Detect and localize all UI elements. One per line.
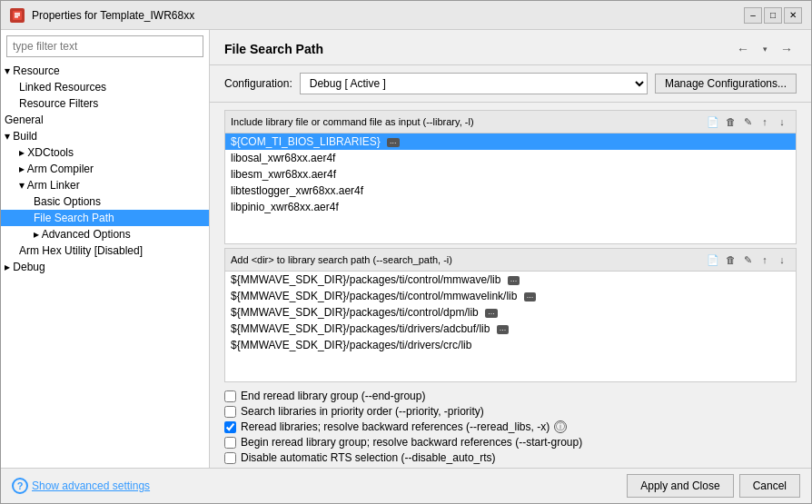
sidebar-item-debug[interactable]: ▸ Debug xyxy=(1,259,209,275)
apply-close-button[interactable]: Apply and Close xyxy=(627,474,733,498)
sidebar-item-arm-hex-utility[interactable]: Arm Hex Utility [Disabled] xyxy=(1,242,209,259)
library-item-libesm[interactable]: libesm_xwr68xx.aer4f xyxy=(225,166,796,183)
show-advanced-link[interactable]: Show advanced settings xyxy=(32,479,150,492)
footer-right: Apply and Close Cancel xyxy=(627,474,800,498)
svg-rect-3 xyxy=(15,16,18,18)
search-path-item-mmwave[interactable]: ${MMWAVE_SDK_DIR}/packages/ti/control/mm… xyxy=(225,272,796,288)
search-path-item-mmwavelink[interactable]: ${MMWAVE_SDK_DIR}/packages/ti/control/mm… xyxy=(225,288,796,304)
panel-header: File Search Path ← ▾ → xyxy=(210,30,811,65)
option-row-priority: Search libraries in priority order (--pr… xyxy=(224,405,797,418)
library-item-bios-lib[interactable]: ${COM_TI_BIOS_LIBRARIES} ··· xyxy=(225,133,796,150)
forward-button[interactable]: → xyxy=(777,39,797,59)
library-add-button[interactable]: 📄 xyxy=(705,114,721,130)
dialog-body: ▾ ResourceLinked ResourcesResource Filte… xyxy=(1,30,811,468)
footer-left: ? Show advanced settings xyxy=(12,478,150,494)
panel-nav-icons: ← ▾ → xyxy=(733,39,797,59)
option-row-begin-reread: Begin reread library group; resolve back… xyxy=(224,436,797,449)
config-row: Configuration: Debug [ Active ] Manage C… xyxy=(210,65,811,103)
properties-dialog: Properties for Template_IWR68xx – □ ✕ ▾ … xyxy=(0,0,812,504)
path-edit-button[interactable]: ✎ xyxy=(739,252,756,268)
options-area: End reread library group (--end-group)Se… xyxy=(210,386,811,468)
sidebar-item-file-search-path[interactable]: File Search Path xyxy=(1,210,209,226)
option-row-end-reread: End reread library group (--end-group) xyxy=(224,390,797,402)
sidebar-item-resource-filters[interactable]: Resource Filters xyxy=(1,95,209,112)
panel-title: File Search Path xyxy=(224,42,323,56)
search-path-item-adcbuf[interactable]: ${MMWAVE_SDK_DIR}/packages/ti/drivers/ad… xyxy=(225,321,796,337)
option-checkbox-disable-rts[interactable] xyxy=(224,452,236,464)
option-label-reread: Reread libraries; resolve backward refer… xyxy=(241,420,550,433)
back-button[interactable]: ← xyxy=(733,39,753,59)
sidebar-item-linked-resources[interactable]: Linked Resources xyxy=(1,79,209,95)
svg-rect-1 xyxy=(15,15,20,16)
sidebar-item-xdctools[interactable]: ▸ XDCtools xyxy=(1,144,209,161)
library-item-libpinio[interactable]: libpinio_xwr68xx.aer4f xyxy=(225,199,796,215)
sidebar-item-advanced-options[interactable]: ▸ Advanced Options xyxy=(1,226,209,242)
search-path-list-content: ${MMWAVE_SDK_DIR}/packages/ti/control/mm… xyxy=(225,272,796,381)
sidebar: ▾ ResourceLinked ResourcesResource Filte… xyxy=(1,30,210,468)
window-controls: – □ ✕ xyxy=(744,7,802,24)
filter-input[interactable] xyxy=(6,35,203,57)
option-label-disable-rts: Disable automatic RTS selection (--disab… xyxy=(241,451,496,464)
search-path-item-dpm[interactable]: ${MMWAVE_SDK_DIR}/packages/ti/control/dp… xyxy=(225,304,796,321)
sidebar-item-resource[interactable]: ▾ Resource xyxy=(1,63,209,79)
search-path-list-header: Add <dir> to library search path (--sear… xyxy=(225,249,796,272)
minimize-button[interactable]: – xyxy=(744,7,762,24)
library-delete-button[interactable]: 🗑 xyxy=(722,114,738,130)
main-panel: File Search Path ← ▾ → Configuration: De… xyxy=(210,30,811,468)
library-item-libtestlogger[interactable]: libtestlogger_xwr68xx.aer4f xyxy=(225,183,796,199)
dialog-title: Properties for Template_IWR68xx xyxy=(32,9,737,22)
library-edit-button[interactable]: ✎ xyxy=(739,114,756,130)
title-bar: Properties for Template_IWR68xx – □ ✕ xyxy=(1,1,811,30)
sidebar-item-arm-compiler[interactable]: ▸ Arm Compiler xyxy=(1,161,209,177)
path-move-down-button[interactable]: ↓ xyxy=(774,252,790,268)
option-checkbox-end-reread[interactable] xyxy=(224,390,236,402)
cancel-button[interactable]: Cancel xyxy=(739,474,800,498)
library-move-up-button[interactable]: ↑ xyxy=(757,114,773,130)
library-list-title: Include library file or command file as … xyxy=(231,116,474,127)
manage-configurations-button[interactable]: Manage Configurations... xyxy=(655,74,797,94)
info-icon-reread[interactable]: ⓘ xyxy=(554,420,567,433)
lists-area: Include library file or command file as … xyxy=(210,103,811,386)
option-checkbox-reread[interactable] xyxy=(224,421,236,433)
help-icon[interactable]: ? xyxy=(12,478,28,494)
search-path-list-title: Add <dir> to library search path (--sear… xyxy=(231,254,452,265)
option-label-begin-reread: Begin reread library group; resolve back… xyxy=(241,436,582,449)
maximize-button[interactable]: □ xyxy=(764,7,782,24)
path-add-button[interactable]: 📄 xyxy=(705,252,721,268)
dialog-footer: ? Show advanced settings Apply and Close… xyxy=(1,468,811,503)
app-icon xyxy=(10,8,25,23)
close-button[interactable]: ✕ xyxy=(784,7,802,24)
option-label-end-reread: End reread library group (--end-group) xyxy=(241,390,425,402)
library-list-content: ${COM_TI_BIOS_LIBRARIES} ···libosal_xwr6… xyxy=(225,133,796,243)
tree: ▾ ResourceLinked ResourcesResource Filte… xyxy=(1,63,209,468)
option-row-disable-rts: Disable automatic RTS selection (--disab… xyxy=(224,451,797,464)
option-checkbox-begin-reread[interactable] xyxy=(224,437,236,449)
option-checkbox-priority[interactable] xyxy=(224,406,236,418)
search-path-item-crc[interactable]: ${MMWAVE_SDK_DIR}/packages/ti/drivers/cr… xyxy=(225,337,796,353)
config-select[interactable]: Debug [ Active ] xyxy=(300,73,648,94)
search-path-list-section: Add <dir> to library search path (--sear… xyxy=(224,248,797,382)
library-list-icons: 📄 🗑 ✎ ↑ ↓ xyxy=(705,114,790,130)
sidebar-item-arm-linker[interactable]: ▾ Arm Linker xyxy=(1,177,209,193)
path-move-up-button[interactable]: ↑ xyxy=(757,252,773,268)
sidebar-item-build[interactable]: ▾ Build xyxy=(1,128,209,144)
library-item-libosal[interactable]: libosal_xwr68xx.aer4f xyxy=(225,150,796,166)
library-list-section: Include library file or command file as … xyxy=(224,110,797,244)
library-list-header: Include library file or command file as … xyxy=(225,111,796,133)
svg-rect-2 xyxy=(15,13,20,15)
path-delete-button[interactable]: 🗑 xyxy=(722,252,738,268)
library-move-down-button[interactable]: ↓ xyxy=(774,114,790,130)
config-label: Configuration: xyxy=(224,77,292,90)
search-path-list-icons: 📄 🗑 ✎ ↑ ↓ xyxy=(705,252,790,268)
back-dropdown-button[interactable]: ▾ xyxy=(755,39,775,59)
sidebar-item-general[interactable]: General xyxy=(1,112,209,128)
option-row-reread: Reread libraries; resolve backward refer… xyxy=(224,420,797,433)
sidebar-item-basic-options[interactable]: Basic Options xyxy=(1,193,209,210)
option-label-priority: Search libraries in priority order (--pr… xyxy=(241,405,484,418)
